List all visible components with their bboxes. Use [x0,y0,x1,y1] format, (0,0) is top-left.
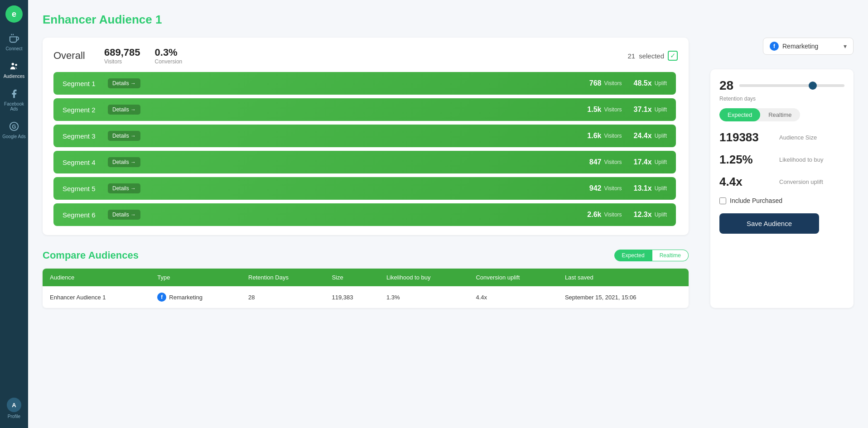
segment-bar[interactable]: Segment 3 Details → 1.6k Visitors 24.4x … [53,125,676,147]
main-content: Enhancer Audience 1 Overall 689,785 Visi… [28,0,868,428]
conversion-uplift-row: 4.4x Conversion uplift [719,175,844,189]
logo: e [0,0,28,28]
compare-header: Compare Audiences Expected Realtime [43,250,689,261]
sidebar-item-connect-label: Connect [5,46,22,51]
top-right-row: f Remarketing ▾ [710,38,854,64]
retention-slider[interactable] [739,84,844,87]
select-all-checkbox[interactable]: ✓ [668,51,678,61]
likelihood-cell: 1.3% [379,286,469,308]
table-header-cell: Retention Days [241,269,324,286]
plug-icon [8,33,20,44]
selected-count: 21 selected ✓ [627,51,678,61]
segment-metrics: 1.6k Visitors 24.4x Uplift [587,132,667,140]
segment-bar[interactable]: Segment 2 Details → 1.5k Visitors 37.1x … [53,98,676,121]
page-title: Enhancer Audience 1 [43,13,854,27]
include-purchased-checkbox[interactable] [719,197,726,204]
likelihood-value: 1.25% [719,153,774,167]
audience-size-value: 119383 [719,130,774,144]
realtime-btn[interactable]: Realtime [760,108,800,121]
save-audience-button[interactable]: Save Audience [719,213,819,234]
left-content: Overall 689,785 Visitors 0.3% Conversion… [43,38,689,308]
seg-visitors-label: Visitors [604,106,622,113]
visitors-label: Visitors [104,58,140,65]
seg-visitors-label: Visitors [604,185,622,192]
table-header-cell: Last saved [558,269,689,286]
seg-uplift-label: Uplift [655,159,667,165]
remarketing-dropdown[interactable]: f Remarketing ▾ [763,38,854,55]
seg-uplift-val: 12.3x [634,211,652,219]
sidebar-item-connect[interactable]: Connect [0,28,28,56]
seg-visitors-val: 942 [589,184,602,192]
fb-icon: f [770,42,779,51]
likelihood-row: 1.25% Likelihood to buy [719,153,844,167]
compare-table-body: Enhancer Audience 1fRemarketing28119,383… [43,286,689,308]
seg-visitors-val: 1.5k [587,106,601,114]
seg-uplift-label: Uplift [655,185,667,192]
dropdown-chevron-icon: ▾ [844,43,847,50]
sidebar-item-audiences[interactable]: Audiences [0,56,28,83]
size-cell: 119,383 [324,286,379,308]
conversion-stat: 0.3% Conversion [155,47,183,65]
profile-avatar: A [7,398,21,412]
svg-text:G: G [12,124,16,130]
visitors-stat: 689,785 Visitors [104,47,140,65]
table-header-cell: Conversion uplift [468,269,557,286]
expected-btn[interactable]: Expected [719,108,760,121]
compare-realtime-btn[interactable]: Realtime [652,250,689,261]
segments-container: Segment 1 Details → 768 Visitors 48.5x U… [53,72,678,226]
seg-uplift-val: 13.1x [634,184,652,192]
details-button[interactable]: Details → [108,157,140,167]
compare-expected-btn[interactable]: Expected [614,250,652,261]
google-icon: G [8,120,20,132]
seg-visitors-val: 1.6k [587,132,601,140]
table-header-row: AudienceTypeRetention DaysSizeLikelihood… [43,269,689,286]
details-button[interactable]: Details → [108,78,140,88]
retention-days-value: 28 [719,78,734,93]
sidebar-item-google-label: Google Ads [2,134,26,139]
retention-label: Retention days [719,96,844,102]
visitors-value: 689,785 [104,47,140,58]
segment-bar[interactable]: Segment 4 Details → 847 Visitors 17.4x U… [53,151,676,173]
seg-uplift-val: 17.4x [634,158,652,166]
compare-table: AudienceTypeRetention DaysSizeLikelihood… [43,269,689,308]
details-button[interactable]: Details → [108,210,140,220]
details-button[interactable]: Details → [108,131,140,141]
details-button[interactable]: Details → [108,105,140,115]
seg-uplift-label: Uplift [655,80,667,87]
remarketing-label: Remarketing [782,43,818,50]
retention-row: 28 [719,78,844,93]
sidebar-item-facebook-label: Facebook Ads [2,101,26,111]
facebook-icon [8,88,20,100]
seg-visitors-val: 847 [589,158,602,166]
segment-name: Segment 2 [63,106,108,114]
audiences-icon [8,60,20,72]
segment-name: Segment 4 [63,159,108,166]
table-header-cell: Size [324,269,379,286]
segment-bar[interactable]: Segment 5 Details → 942 Visitors 13.1x U… [53,177,676,200]
segment-bar[interactable]: Segment 1 Details → 768 Visitors 48.5x U… [53,72,676,95]
table-header-cell: Type [150,269,241,286]
sidebar: e Connect Audiences Facebook Ads [0,0,28,428]
type-cell: fRemarketing [150,286,241,308]
seg-visitors-label: Visitors [604,212,622,218]
sidebar-item-google-ads[interactable]: G Google Ads [0,116,28,144]
segment-metrics: 942 Visitors 13.1x Uplift [589,184,667,192]
details-button[interactable]: Details → [108,183,140,193]
logo-icon: e [5,5,23,23]
segment-metrics: 768 Visitors 48.5x Uplift [589,79,667,87]
overall-header: Overall 689,785 Visitors 0.3% Conversion… [53,47,678,65]
seg-visitors-label: Visitors [604,159,622,165]
seg-visitors-val: 768 [589,79,602,87]
likelihood-label: Likelihood to buy [779,156,824,163]
segment-name: Segment 5 [63,185,108,192]
compare-section: Compare Audiences Expected Realtime Audi… [43,250,689,308]
compare-toggle-group: Expected Realtime [614,250,689,261]
segment-bar[interactable]: Segment 6 Details → 2.6k Visitors 12.3x … [53,203,676,226]
svg-point-3 [15,64,17,66]
seg-uplift-val: 24.4x [634,132,652,140]
segment-metrics: 2.6k Visitors 12.3x Uplift [587,211,667,219]
seg-visitors-label: Visitors [604,80,622,87]
sidebar-item-profile[interactable]: A Profile [0,393,28,423]
sidebar-item-facebook-ads[interactable]: Facebook Ads [0,83,28,116]
overall-label: Overall [53,50,90,62]
